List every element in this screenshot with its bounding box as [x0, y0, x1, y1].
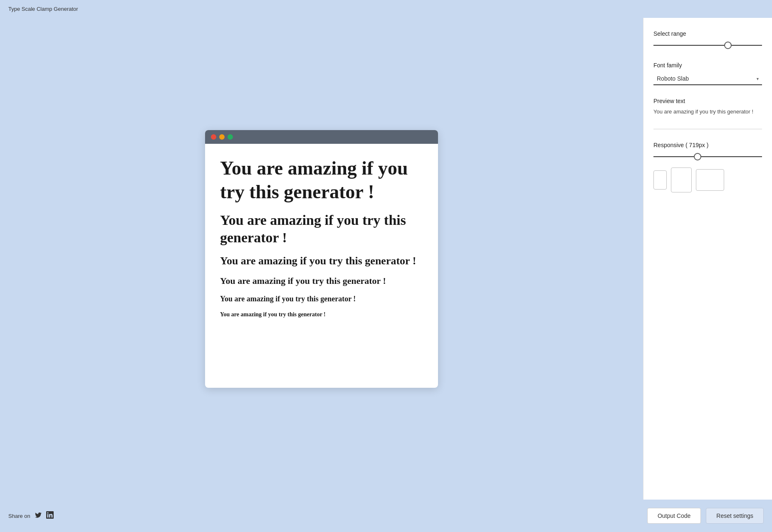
select-range-section: Select range — [653, 30, 762, 49]
device-button-tablet[interactable] — [671, 167, 692, 192]
device-button-mobile[interactable] — [653, 170, 667, 190]
browser-toolbar — [205, 130, 438, 144]
font-family-section: Font family Roboto Slab Arial Georgia Ti… — [653, 62, 762, 85]
preview-line-1: You are amazing if you try this generato… — [220, 156, 423, 204]
font-family-select-wrapper: Roboto Slab Arial Georgia Times New Roma… — [653, 73, 762, 85]
preview-area: You are amazing if you try this generato… — [0, 18, 643, 500]
preview-text-label: Preview text — [653, 98, 762, 104]
browser-dot-maximize[interactable] — [228, 134, 233, 140]
responsive-section: Responsive ( 719px ) — [653, 142, 762, 192]
responsive-slider[interactable] — [653, 156, 762, 157]
responsive-label: Responsive ( 719px ) — [653, 142, 762, 148]
twitter-icon[interactable] — [35, 511, 42, 520]
app-title: Type Scale Clamp Generator — [8, 6, 78, 12]
font-family-label: Font family — [653, 62, 762, 69]
browser-content: You are amazing if you try this generato… — [205, 144, 438, 338]
app-header: Type Scale Clamp Generator — [0, 0, 772, 18]
sidebar: Select range Font family Roboto Slab Ari… — [643, 18, 772, 500]
browser-dot-close[interactable] — [211, 134, 216, 140]
device-buttons — [653, 167, 762, 192]
footer: Share on Output Code Reset settings — [0, 500, 772, 532]
select-range-label: Select range — [653, 30, 762, 37]
preview-line-5: You are amazing if you try this generato… — [220, 294, 423, 304]
browser-mockup: You are amazing if you try this generato… — [205, 130, 438, 388]
device-button-desktop[interactable] — [696, 169, 724, 191]
reset-settings-button[interactable]: Reset settings — [706, 508, 764, 524]
preview-line-6: You are amazing if you try this generato… — [220, 311, 423, 318]
font-family-select[interactable]: Roboto Slab Arial Georgia Times New Roma… — [653, 73, 762, 85]
preview-line-2: You are amazing if you try this generato… — [220, 212, 423, 247]
responsive-slider-container — [653, 153, 762, 161]
main-layout: You are amazing if you try this generato… — [0, 18, 772, 500]
preview-line-4: You are amazing if you try this generato… — [220, 275, 423, 287]
preview-line-3: You are amazing if you try this generato… — [220, 254, 423, 268]
output-code-button[interactable]: Output Code — [647, 508, 701, 524]
footer-buttons: Output Code Reset settings — [647, 508, 764, 524]
preview-text-input[interactable]: You are amazing if you try this generato… — [653, 108, 762, 129]
browser-dot-minimize[interactable] — [219, 134, 225, 140]
select-range-slider[interactable] — [653, 45, 762, 46]
select-range-slider-container — [653, 41, 762, 49]
share-label: Share on — [8, 513, 30, 519]
linkedin-icon[interactable] — [46, 511, 54, 520]
preview-text-section: Preview text You are amazing if you try … — [653, 98, 762, 129]
share-area: Share on — [8, 511, 54, 520]
